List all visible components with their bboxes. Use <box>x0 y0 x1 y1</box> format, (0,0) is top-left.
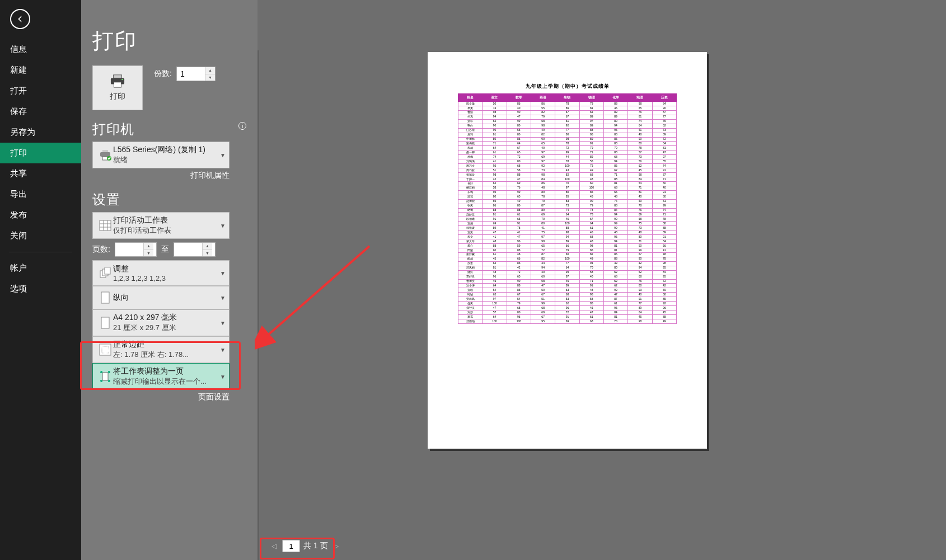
back-button[interactable] <box>10 9 30 29</box>
next-page-button[interactable]: ▷ <box>331 542 341 550</box>
table-cell: 99 <box>507 190 531 195</box>
sidebar-item-new[interactable]: 新建 <box>0 60 81 81</box>
pages-from-input[interactable] <box>115 243 143 256</box>
table-cell: 65 <box>507 275 531 279</box>
print-what-selector[interactable]: 打印活动工作表 仅打印活动工作表 ▼ <box>92 212 230 239</box>
table-cell: 86 <box>579 133 603 137</box>
sidebar-item-account[interactable]: 帐户 <box>0 258 81 279</box>
collate-line1: 调整 <box>113 264 224 274</box>
pages-from-down[interactable]: ▼ <box>144 250 153 257</box>
copies-spinner[interactable]: ▲▼ <box>176 67 216 81</box>
back-arrow-icon <box>15 14 25 24</box>
table-cell: 69 <box>555 319 579 323</box>
table-cell: 69 <box>531 213 555 217</box>
table-cell: 62 <box>603 270 627 275</box>
current-page-input[interactable] <box>282 540 300 552</box>
table-cell: 89 <box>603 110 627 115</box>
table-cell: 98 <box>628 319 652 323</box>
table-cell: 冶小涛 <box>458 284 483 288</box>
table-cell: 50 <box>531 288 555 293</box>
margins-selector[interactable]: 正常边距 左: 1.78 厘米 右: 1.78... ▼ <box>92 336 230 363</box>
printer-selector[interactable]: L565 Series(网络) (复制 1) 就绪 ▼ <box>92 142 230 168</box>
table-cell: 41 <box>483 235 507 239</box>
sidebar-item-share[interactable]: 共享 <box>0 163 81 184</box>
table-cell: 47 <box>531 284 555 288</box>
sidebar-item-save[interactable]: 保存 <box>0 101 81 122</box>
table-cell: 40 <box>507 106 531 110</box>
table-cell: 41 <box>507 230 531 235</box>
table-cell: 70 <box>579 266 603 270</box>
table-row: 配成45668210049889078 <box>458 257 677 261</box>
table-cell: 61 <box>652 199 676 204</box>
table-cell: 68 <box>531 119 555 124</box>
copies-down[interactable]: ▼ <box>205 74 215 81</box>
printer-section-title: 打印机 <box>92 120 134 138</box>
table-cell: 89 <box>531 208 555 213</box>
orientation-selector[interactable]: 纵向 ▼ <box>92 286 230 309</box>
printer-properties-link[interactable]: 打印机属性 <box>92 171 230 181</box>
sidebar-item-publish[interactable]: 发布 <box>0 205 81 225</box>
sidebar-item-saveas[interactable]: 另存为 <box>0 122 81 143</box>
sidebar-item-info[interactable]: 信息 <box>0 39 81 60</box>
sidebar-item-print[interactable]: 打印 <box>0 143 81 163</box>
paper-size-selector[interactable]: A4 210 x 297 毫米 21 厘米 x 29.7 厘米 ▼ <box>92 309 230 336</box>
scaling-selector[interactable]: 将工作表调整为一页 缩减打印输出以显示在一个... ▼ <box>92 363 230 390</box>
table-header: 英语 <box>531 94 555 102</box>
pages-to-down[interactable]: ▼ <box>203 250 212 257</box>
table-cell: 86 <box>555 106 579 110</box>
table-cell: 81 <box>628 190 652 195</box>
print-button[interactable]: 打印 <box>92 65 143 110</box>
table-cell: 90 <box>628 244 652 248</box>
table-header: 数学 <box>507 94 531 102</box>
copies-up[interactable]: ▲ <box>205 67 215 74</box>
sidebar-item-close[interactable]: 关闭 <box>0 225 81 246</box>
table-row: 于娣一42478410048888471 <box>458 177 677 181</box>
copies-label: 份数: <box>154 69 172 79</box>
copies-input[interactable] <box>177 67 205 81</box>
annotation-arrow <box>255 241 383 352</box>
table-cell: 64 <box>628 310 652 315</box>
table-row: 宜岚4741759846484889 <box>458 230 677 235</box>
pages-from-up[interactable]: ▲ <box>144 243 153 250</box>
pages-to-input[interactable] <box>174 243 202 256</box>
table-cell: 98 <box>628 102 652 106</box>
table-cell: 78 <box>507 226 531 230</box>
table-cell: 90 <box>628 257 652 261</box>
sidebar-item-export[interactable]: 导出 <box>0 184 81 205</box>
table-cell: 45 <box>628 168 652 173</box>
table-cell: 61 <box>555 119 579 124</box>
table-cell: 90 <box>579 199 603 204</box>
table-cell: 81 <box>603 244 627 248</box>
pages-to-up[interactable]: ▲ <box>203 243 212 250</box>
table-cell: 90 <box>507 110 531 115</box>
sidebar-item-options[interactable]: 选项 <box>0 279 81 299</box>
pages-from-spinner[interactable]: ▲▼ <box>115 242 157 257</box>
sidebar-item-open[interactable]: 打开 <box>0 81 81 101</box>
sheets-icon <box>97 220 113 231</box>
fit-to-page-icon <box>97 370 113 383</box>
prev-page-button[interactable]: ◁ <box>269 542 279 550</box>
paper-icon <box>97 317 113 329</box>
page-setup-link[interactable]: 页面设置 <box>92 392 230 402</box>
collate-selector[interactable]: 调整 1,2,3 1,2,3 1,2,3 ▼ <box>92 260 230 286</box>
table-cell: 89 <box>603 115 627 119</box>
table-cell: 幼莺 <box>458 208 483 213</box>
svg-rect-16 <box>101 292 109 303</box>
table-row: 冶小涛6488478991628042 <box>458 284 677 288</box>
table-cell: 59 <box>507 244 531 248</box>
table-cell: 68 <box>531 306 555 310</box>
table-cell: 89 <box>579 115 603 119</box>
table-cell: 49 <box>603 261 627 266</box>
table-cell: 88 <box>507 173 531 177</box>
table-row: 任凤10079996285617792 <box>458 302 677 306</box>
table-cell: 85 <box>555 195 579 199</box>
table-cell: 65 <box>507 217 531 222</box>
table-cell: 48 <box>628 230 652 235</box>
table-cell: 94 <box>603 213 627 217</box>
table-cell: 曹浩 <box>458 110 483 115</box>
table-row: 韩镜瑗8978418861997388 <box>458 226 677 230</box>
table-cell: 89 <box>555 239 579 244</box>
pages-to-spinner[interactable]: ▲▼ <box>174 242 216 257</box>
printer-info-icon[interactable]: i <box>238 122 246 130</box>
table-row: 段伯素9165704567906848 <box>458 217 677 222</box>
